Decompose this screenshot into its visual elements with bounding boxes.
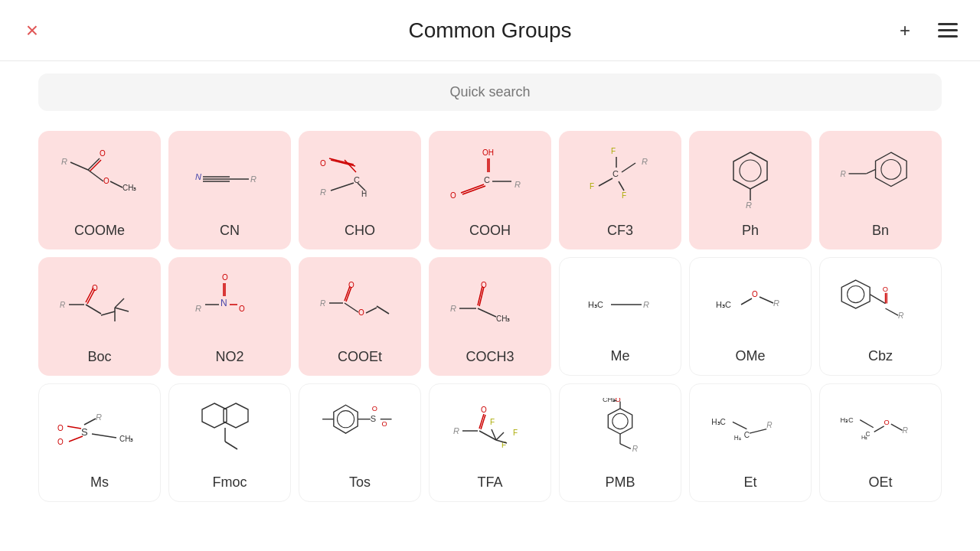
page-title: Common Groups [408, 18, 571, 43]
structure-CN: N R [175, 139, 285, 217]
svg-text:R: R [766, 421, 773, 429]
close-icon: × [26, 20, 38, 41]
svg-text:C: C [744, 431, 750, 439]
structure-COOH: OH O R C [435, 139, 545, 217]
svg-line-59 [86, 305, 101, 314]
list-icon [938, 23, 958, 38]
svg-marker-113 [202, 403, 227, 428]
svg-line-4 [70, 162, 88, 170]
group-card-OMe[interactable]: H₃C O R OMe [689, 257, 812, 376]
svg-line-61 [115, 298, 124, 308]
group-label-TFA: TFA [477, 474, 502, 491]
group-label-COOH: COOH [469, 223, 511, 239]
svg-line-33 [461, 184, 484, 193]
structure-OMe: H₃C O R [696, 266, 805, 342]
group-label-OMe: OMe [735, 348, 765, 364]
group-label-Tos: Tos [349, 474, 371, 491]
svg-text:R: R [840, 170, 846, 178]
svg-text:O: O [57, 438, 64, 446]
svg-text:R: R [773, 298, 779, 308]
svg-text:R: R [96, 412, 102, 422]
svg-text:R: R [903, 427, 909, 435]
group-card-CF3[interactable]: F F F R C CF3 [559, 131, 681, 249]
svg-text:C: C [612, 169, 619, 178]
structure-Ms: O O R S CH₃ [45, 392, 154, 468]
svg-text:CH₃: CH₃ [119, 435, 133, 443]
svg-text:C: C [484, 175, 490, 184]
svg-text:H₂: H₂ [734, 435, 741, 442]
svg-line-158 [891, 425, 903, 431]
group-label-NO2: NO2 [215, 349, 243, 365]
group-card-Fmoc[interactable]: Fmoc [168, 383, 291, 502]
svg-text:C: C [354, 175, 360, 184]
close-button[interactable]: × [18, 17, 46, 44]
group-label-CN: CN [220, 223, 240, 239]
svg-text:O: O [752, 290, 758, 298]
svg-rect-1 [938, 29, 958, 31]
svg-text:R: R [320, 299, 325, 308]
group-label-CHO: CHO [345, 223, 375, 239]
svg-text:O: O [481, 406, 487, 414]
add-button[interactable]: + [891, 17, 919, 44]
structure-NO2: O O R N [175, 265, 285, 343]
structure-CHO: O C H R [305, 139, 415, 217]
group-card-OEt[interactable]: H₃C C H₂ O R OEt [819, 383, 942, 502]
svg-text:R: R [643, 300, 649, 309]
group-card-Cbz[interactable]: O R Cbz [819, 257, 942, 376]
group-card-COCH3[interactable]: R O CH₃ COCH3 [429, 257, 551, 376]
menu-button[interactable] [934, 17, 962, 44]
svg-line-80 [377, 306, 389, 314]
svg-text:F: F [622, 191, 626, 200]
svg-text:N: N [220, 298, 227, 308]
group-card-Bn[interactable]: R Bn [819, 131, 942, 249]
svg-line-79 [366, 308, 377, 313]
svg-line-109 [67, 426, 81, 429]
search-input[interactable] [54, 84, 926, 100]
group-card-COOMe[interactable]: R O O CH₃ COOMe [38, 131, 161, 249]
group-card-COOH[interactable]: OH O R C COOH [429, 131, 551, 249]
svg-line-42 [599, 178, 612, 186]
structure-COCH3: R O CH₃ [435, 265, 545, 343]
group-card-Et[interactable]: H₃C C H₂ R Et [689, 383, 812, 502]
group-card-Ph[interactable]: R Ph [689, 131, 812, 249]
search-bar[interactable] [38, 73, 942, 111]
svg-line-134 [496, 432, 504, 440]
group-card-Me[interactable]: H₃C R Me [559, 257, 681, 376]
svg-text:H₃C: H₃C [711, 419, 726, 427]
group-label-COCH3: COCH3 [466, 349, 514, 365]
svg-line-116 [225, 442, 237, 449]
group-card-TFA[interactable]: R O F F F TFA [429, 383, 551, 502]
svg-line-20 [331, 160, 355, 166]
group-card-Ms[interactable]: O O R S CH₃ Ms [38, 383, 161, 502]
svg-text:F: F [513, 429, 518, 437]
svg-line-108 [84, 419, 96, 425]
svg-text:O: O [450, 191, 456, 200]
structure-Boc: R O [44, 265, 155, 343]
structure-COOMe: R O O CH₃ [44, 139, 155, 217]
svg-point-100 [848, 286, 864, 303]
group-card-PMB[interactable]: O CH₃ R PMB [559, 383, 681, 502]
group-card-Boc[interactable]: R O Boc [38, 257, 161, 376]
group-label-Me: Me [610, 348, 629, 364]
group-card-NO2[interactable]: O O R N NO2 [168, 257, 291, 376]
group-label-COOMe: COOMe [74, 223, 125, 239]
svg-text:O: O [358, 308, 364, 317]
structure-CF3: F F F R C [565, 139, 675, 217]
group-label-Ph: Ph [742, 223, 759, 239]
header-left: × [18, 17, 46, 44]
svg-line-144 [620, 444, 631, 448]
svg-text:OH: OH [482, 148, 494, 157]
svg-line-110 [69, 436, 83, 442]
group-card-CN[interactable]: N R CN [168, 131, 291, 249]
svg-text:O: O [100, 149, 106, 158]
group-card-CHO[interactable]: O C H R CHO [299, 131, 421, 249]
group-card-Tos[interactable]: S O O Tos [299, 383, 421, 502]
svg-line-19 [329, 158, 354, 165]
svg-text:R: R [195, 304, 201, 313]
svg-line-94 [760, 297, 773, 303]
svg-point-118 [337, 411, 354, 428]
group-card-COOEt[interactable]: R O O COOEt [299, 257, 421, 376]
svg-text:R: R [320, 187, 326, 197]
structure-Ph: R [695, 139, 805, 217]
svg-marker-114 [224, 403, 248, 428]
